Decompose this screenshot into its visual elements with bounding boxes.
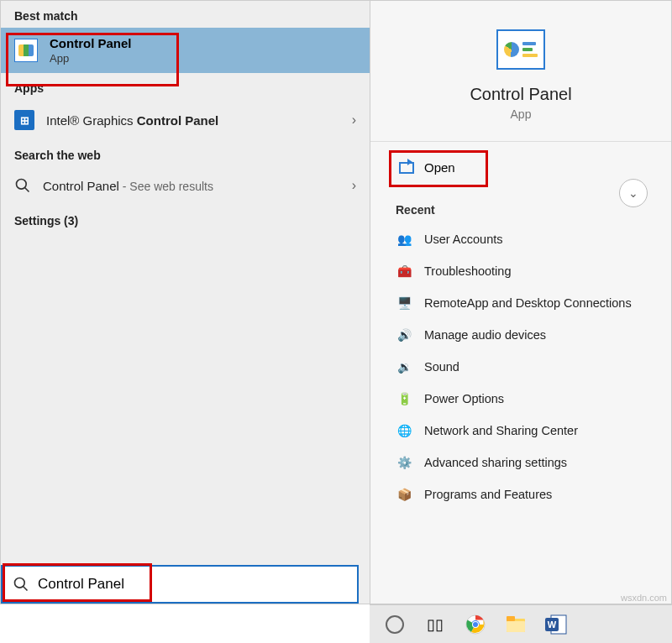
recent-item-troubleshooting[interactable]: 🧰Troubleshooting — [370, 255, 671, 287]
results-pane: Best match Control Panel App Apps ⊞ Inte… — [1, 1, 370, 604]
watermark: wsxdn.com — [621, 593, 667, 603]
control-panel-icon — [14, 39, 38, 62]
intel-icon: ⊞ — [14, 110, 34, 130]
open-button[interactable]: Open — [391, 154, 500, 181]
cortana-icon[interactable] — [383, 613, 407, 636]
open-label: Open — [424, 160, 455, 175]
task-view-icon[interactable]: ▯▯ — [423, 613, 447, 636]
network-icon: 🌐 — [396, 422, 412, 439]
app-result-intel-graphics[interactable]: ⊞ Intel® Graphics Control Panel › — [1, 100, 370, 140]
svg-point-7 — [473, 622, 478, 627]
preview-subtitle: App — [511, 107, 532, 121]
recent-item-network-sharing[interactable]: 🌐Network and Sharing Center — [370, 415, 671, 447]
settings-results-label[interactable]: Settings (3) — [1, 204, 370, 238]
best-match-subtitle: App — [50, 52, 132, 65]
control-panel-icon — [496, 29, 545, 70]
file-explorer-icon[interactable] — [504, 613, 528, 636]
word-icon[interactable]: W — [544, 613, 568, 636]
recent-item-remoteapp[interactable]: 🖥️RemoteApp and Desktop Connections — [370, 287, 671, 319]
svg-text:W: W — [548, 619, 557, 630]
svg-line-3 — [24, 587, 28, 591]
app-result-title: Intel® Graphics Control Panel — [46, 113, 218, 128]
chevron-right-icon[interactable]: › — [352, 112, 356, 128]
svg-point-2 — [15, 578, 25, 588]
troubleshooting-icon: 🧰 — [396, 263, 412, 280]
best-match-label: Best match — [1, 1, 370, 28]
open-icon — [399, 162, 414, 174]
search-web-label: Search the web — [1, 140, 370, 167]
recent-item-programs-features[interactable]: 📦Programs and Features — [370, 478, 671, 510]
svg-line-1 — [25, 188, 29, 192]
web-result[interactable]: Control Panel - See web results › — [1, 167, 370, 204]
remoteapp-icon: 🖥️ — [396, 295, 412, 311]
recent-item-audio-devices[interactable]: 🔊Manage audio devices — [370, 319, 671, 351]
search-box[interactable] — [1, 565, 359, 604]
recent-item-sound[interactable]: 🔉Sound — [370, 351, 671, 383]
sound-icon: 🔉 — [396, 358, 412, 375]
recent-list: 👥User Accounts 🧰Troubleshooting 🖥️Remote… — [370, 223, 671, 510]
expand-button[interactable]: ⌄ — [619, 179, 648, 207]
user-accounts-icon: 👥 — [396, 231, 412, 248]
svg-point-0 — [17, 180, 27, 190]
recent-item-power-options[interactable]: 🔋Power Options — [370, 383, 671, 415]
search-icon — [14, 177, 31, 194]
power-icon: 🔋 — [396, 390, 412, 407]
search-input[interactable] — [38, 576, 347, 593]
svg-rect-9 — [507, 616, 515, 621]
search-icon — [13, 576, 29, 593]
preview-title: Control Panel — [470, 85, 571, 104]
programs-icon: 📦 — [396, 486, 412, 503]
best-match-title: Control Panel — [50, 36, 132, 50]
chrome-icon[interactable] — [464, 613, 487, 636]
preview-pane: Control Panel App Open ⌄ Recent 👥User Ac… — [370, 1, 671, 604]
audio-icon: 🔊 — [396, 327, 412, 343]
web-result-title: Control Panel - See web results — [43, 179, 213, 193]
chevron-right-icon[interactable]: › — [352, 178, 356, 193]
recent-item-advanced-sharing[interactable]: ⚙️Advanced sharing settings — [370, 447, 671, 478]
taskbar: ▯▯ W — [370, 604, 672, 643]
recent-item-user-accounts[interactable]: 👥User Accounts — [370, 223, 671, 255]
best-match-result[interactable]: Control Panel App — [1, 28, 370, 73]
settings-icon: ⚙️ — [396, 454, 412, 471]
svg-rect-10 — [507, 621, 525, 632]
apps-label: Apps — [1, 73, 370, 100]
